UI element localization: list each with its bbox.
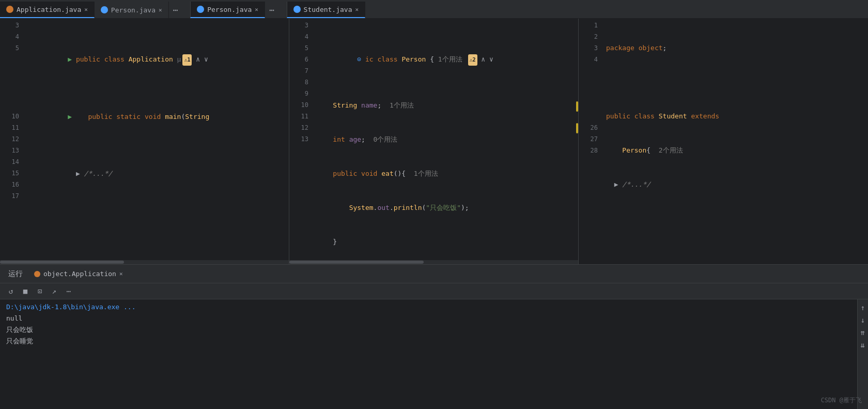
line-numbers-2: 3 4 5 6 7 8 9 10 11 12 13 (289, 19, 313, 260)
warning-marker-2 (576, 123, 578, 133)
code-content-2[interactable]: ⊙ ic class Person { 1个用法 ⚠2 ∧ ∨ String n… (313, 19, 578, 260)
output-eat: 只会吃饭 (6, 324, 851, 336)
panel-side-buttons: ↑ ↓ ⇈ ⇊ (857, 299, 868, 409)
run-tab-icon (34, 271, 40, 277)
scroll-up-btn[interactable]: ↑ (860, 302, 866, 313)
code-area-3[interactable]: 1 2 3 4 26 27 28 package object; public … (579, 19, 868, 260)
close-tab-btn-4[interactable]: ✕ (355, 7, 359, 12)
tab-student-java[interactable]: Student.java ✕ (287, 2, 366, 18)
first-line-btn[interactable]: ⇈ (860, 327, 866, 338)
restart-btn[interactable]: ↺ (6, 286, 16, 296)
editor-pane-1: 3 4 5 10 11 12 13 14 15 16 17 ▶ publi (0, 19, 289, 264)
close-tab-btn-2[interactable]: ✕ (159, 7, 162, 13)
tab-person-java-1[interactable]: Person.java ✕ (95, 2, 169, 18)
last-line-btn[interactable]: ⇊ (860, 340, 866, 350)
line-numbers-1: 3 4 5 10 11 12 13 14 15 16 17 (0, 19, 23, 260)
h-scroll-2[interactable] (289, 260, 578, 264)
command-line: D:\java\jdk-1.8\bin\java.exe ... (6, 301, 851, 313)
watermark: CSDN @雁于飞 (821, 396, 862, 405)
run-tab[interactable]: object.Application ✕ (29, 268, 128, 280)
editor-area: 3 4 5 10 11 12 13 14 15 16 17 ▶ publi (0, 19, 868, 264)
tab-label: Person.java (111, 6, 156, 14)
tab-icon-blue-1 (101, 6, 108, 13)
panel-tab-bar: 运行 object.Application ✕ (0, 265, 868, 283)
output-null: null (6, 313, 851, 324)
panel-toolbar: ↺ ■ ⊡ ↗ ⋯ (0, 283, 868, 299)
close-tab-btn-3[interactable]: ✕ (255, 7, 258, 12)
h-scroll-thumb-1 (0, 261, 124, 264)
scroll-down-btn[interactable]: ↓ (860, 315, 866, 325)
tab-icon-orange (6, 6, 13, 13)
tab-label: Application.java (17, 6, 81, 13)
bottom-panel: 运行 object.Application ✕ ↺ ■ ⊡ ↗ ⋯ D:\jav… (0, 264, 868, 409)
run-label[interactable]: 运行 (4, 269, 27, 279)
tab-bar: Application.java ✕ Person.java ✕ ⋯ Perso… (0, 0, 868, 19)
code-area-2[interactable]: 3 4 5 6 7 8 9 10 11 12 13 ⊙ ic class Per… (289, 19, 578, 260)
line-numbers-3: 1 2 3 4 26 27 28 (579, 19, 602, 260)
pin-btn[interactable]: ↗ (50, 286, 59, 296)
tab-icon-blue-3 (293, 6, 301, 13)
warning-marker-1 (576, 101, 578, 112)
panel-body: D:\java\jdk-1.8\bin\java.exe ... null 只会… (0, 299, 868, 409)
h-scroll-1[interactable] (0, 260, 289, 264)
output-sleep: 只会睡觉 (6, 336, 851, 347)
screenshot-btn[interactable]: ⊡ (35, 286, 44, 296)
tab-more-btn-2[interactable]: ⋯ (265, 2, 278, 18)
run-tab-close[interactable]: ✕ (119, 270, 123, 277)
code-content-1[interactable]: ▶ public class Application μ⚠1 ∧ ∨ ▶ pub… (23, 19, 289, 260)
tab-label: Person.java (207, 6, 252, 13)
run-tab-label: object.Application (43, 270, 116, 278)
tab-application-java[interactable]: Application.java ✕ (0, 2, 95, 18)
editor-pane-2: 3 4 5 6 7 8 9 10 11 12 13 ⊙ ic class Per… (289, 19, 579, 264)
tab-more-btn-1[interactable]: ⋯ (169, 2, 182, 18)
tab-label: Student.java (304, 6, 352, 13)
more-btn[interactable]: ⋯ (64, 286, 73, 296)
panel-output[interactable]: D:\java\jdk-1.8\bin\java.exe ... null 只会… (0, 299, 857, 409)
tab-icon-blue-2 (197, 6, 204, 13)
code-content-3[interactable]: package object; public class Student ext… (602, 19, 868, 260)
editor-pane-3: 1 2 3 4 26 27 28 package object; public … (579, 19, 868, 264)
tab-person-java-2[interactable]: Person.java ✕ (190, 2, 265, 18)
h-scroll-thumb-2 (289, 261, 424, 264)
stop-btn[interactable]: ■ (21, 286, 30, 296)
code-area-1[interactable]: 3 4 5 10 11 12 13 14 15 16 17 ▶ publi (0, 19, 289, 260)
close-tab-btn[interactable]: ✕ (84, 7, 88, 12)
